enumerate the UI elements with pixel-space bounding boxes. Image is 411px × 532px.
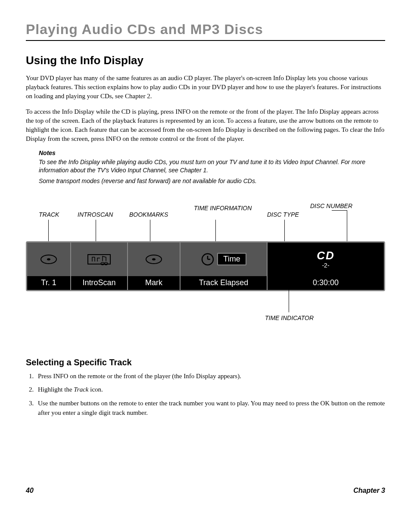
time-icon-row: Time bbox=[181, 243, 267, 276]
notes-block: Notes To see the Info Display while play… bbox=[39, 149, 385, 185]
cell-track: Tr. 1 bbox=[27, 243, 71, 290]
notes-heading: Notes bbox=[39, 149, 385, 156]
clock-icon bbox=[201, 252, 215, 266]
info-display-bar: Tr. 1 IntroScan Mark Time Track Elapsed bbox=[26, 241, 385, 291]
mark-value: Mark bbox=[128, 276, 180, 290]
cell-time: Time Track Elapsed bbox=[181, 243, 268, 290]
paragraph-2: To access the Info Display while the CD … bbox=[26, 107, 385, 143]
cell-introscan: IntroScan bbox=[71, 243, 128, 290]
info-display-diagram: TRACK INTROSCAN BOOKMARKS TIME INFORMATI… bbox=[26, 202, 385, 332]
section-title: Using the Info Display bbox=[26, 54, 385, 67]
time-mode-value: Track Elapsed bbox=[181, 276, 267, 290]
label-time-info: TIME INFORMATION bbox=[194, 205, 252, 212]
page-number: 40 bbox=[26, 487, 34, 495]
label-bookmarks: BOOKMARKS bbox=[129, 211, 168, 218]
bookmarks-icon bbox=[128, 243, 180, 276]
chapter-label: Chapter 3 bbox=[353, 487, 385, 495]
track-value: Tr. 1 bbox=[27, 276, 70, 290]
label-disc-type: DISC TYPE bbox=[267, 211, 299, 218]
label-track: TRACK bbox=[39, 211, 59, 218]
svg-point-1 bbox=[47, 258, 50, 260]
track-icon bbox=[27, 243, 70, 276]
label-introscan: INTROSCAN bbox=[78, 211, 113, 218]
step-2: Highlight the Track icon. bbox=[35, 385, 385, 395]
cd-logo: CD bbox=[317, 250, 335, 261]
notes-line-1: To see the Info Display while playing au… bbox=[39, 158, 385, 174]
paragraph-1: Your DVD player has many of the same fea… bbox=[26, 74, 385, 101]
elapsed-value: 0:30:00 bbox=[268, 276, 384, 290]
svg-point-4 bbox=[152, 258, 156, 260]
steps-list: Press INFO on the remote or the front of… bbox=[26, 372, 385, 418]
label-disc-number: DISC NUMBER bbox=[310, 202, 352, 209]
cell-bookmarks: Mark bbox=[128, 243, 181, 290]
page-footer: 40 Chapter 3 bbox=[26, 487, 385, 495]
step-3: Use the number buttons on the remote to … bbox=[35, 399, 385, 418]
subsection-title: Selecting a Specific Track bbox=[26, 358, 385, 367]
time-button: Time bbox=[217, 253, 246, 265]
introscan-value: IntroScan bbox=[71, 276, 127, 290]
notes-line-2: Some transport modes (reverse and fast f… bbox=[39, 177, 385, 185]
introscan-icon bbox=[71, 243, 127, 276]
cell-disc: CD -2- 0:30:00 bbox=[268, 243, 384, 290]
chapter-title: Playing Audio CDs and MP3 Discs bbox=[26, 22, 385, 41]
step-1: Press INFO on the remote or the front of… bbox=[35, 372, 385, 381]
disc-number-value: -2- bbox=[322, 262, 329, 269]
label-time-indicator: TIME INDICATOR bbox=[265, 314, 314, 321]
